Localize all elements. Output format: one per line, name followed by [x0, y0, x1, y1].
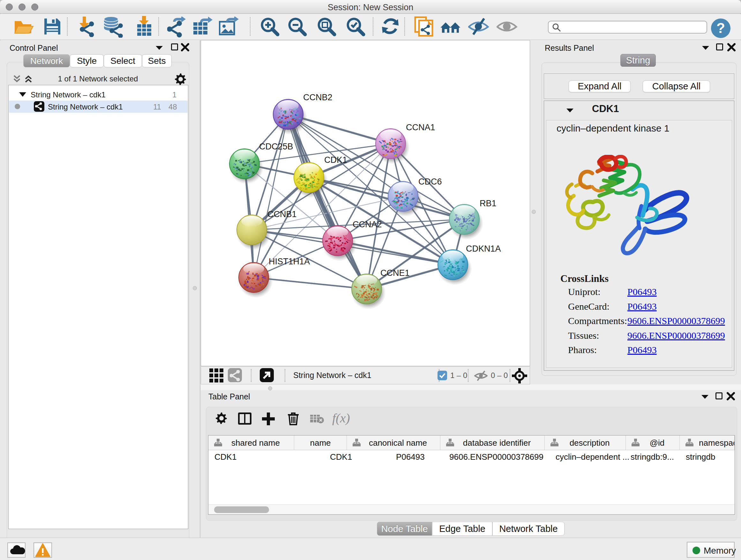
svg-text:CCNB1: CCNB1 [267, 209, 297, 219]
svg-text:CDKN1A: CDKN1A [466, 244, 501, 253]
svg-text:CCNA1: CCNA1 [406, 123, 435, 132]
svg-text:RB1: RB1 [480, 199, 496, 208]
svg-text:CCNA2: CCNA2 [353, 220, 382, 229]
svg-text:CDC6: CDC6 [418, 177, 442, 186]
svg-text:CDC25B: CDC25B [259, 142, 293, 151]
svg-text:CCNB2: CCNB2 [303, 92, 333, 102]
svg-text:HIST1H1A: HIST1H1A [269, 257, 310, 266]
svg-text:CDK1: CDK1 [324, 155, 347, 165]
svg-text:CCNE1: CCNE1 [381, 268, 410, 278]
